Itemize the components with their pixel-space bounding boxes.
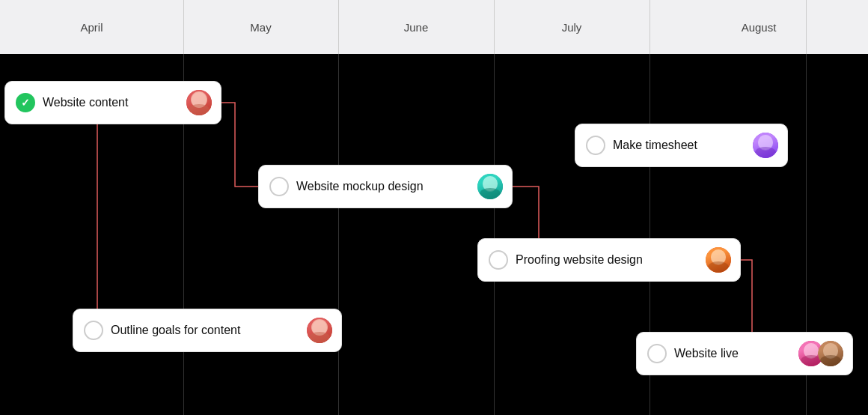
task-website-live[interactable]: Website live	[636, 332, 853, 375]
pending-icon	[647, 344, 667, 363]
task-website-content[interactable]: ✓ Website content	[4, 81, 221, 124]
month-july: July	[494, 0, 650, 54]
vline-header-3	[494, 0, 495, 54]
month-june: June	[338, 0, 494, 54]
pending-icon	[586, 136, 605, 155]
completed-icon: ✓	[16, 93, 35, 112]
task-label: Outline goals for content	[111, 324, 298, 337]
avatar	[185, 88, 213, 117]
vline-header-4	[650, 0, 650, 54]
task-label: Website mockup design	[296, 180, 468, 193]
task-label: Proofing website design	[516, 253, 697, 267]
task-make-timesheet[interactable]: Make timesheet	[575, 124, 788, 167]
task-label: Website content	[43, 96, 177, 109]
month-august: August	[650, 0, 868, 54]
pending-icon	[84, 321, 103, 340]
avatar	[305, 316, 334, 345]
vline-2	[338, 54, 339, 415]
task-website-mockup[interactable]: Website mockup design	[258, 165, 513, 208]
avatar-2	[816, 339, 845, 368]
task-proofing-design[interactable]: Proofing website design	[477, 238, 741, 282]
vline-header-2	[338, 0, 339, 54]
avatar	[704, 246, 733, 274]
vline-3	[494, 54, 495, 415]
task-label: Website live	[674, 347, 789, 360]
timeline-container: April May June July August ✓ Website con…	[0, 0, 868, 415]
month-april: April	[0, 0, 183, 54]
vline-header-5	[806, 0, 807, 54]
avatar	[751, 131, 780, 160]
pending-icon	[489, 250, 508, 270]
avatar	[476, 172, 504, 201]
task-label: Make timesheet	[613, 139, 744, 152]
pending-icon	[269, 177, 289, 196]
vline-header-1	[183, 0, 184, 54]
task-outline-goals[interactable]: Outline goals for content	[73, 309, 342, 352]
month-may: May	[183, 0, 338, 54]
avatar-pair	[797, 339, 845, 368]
